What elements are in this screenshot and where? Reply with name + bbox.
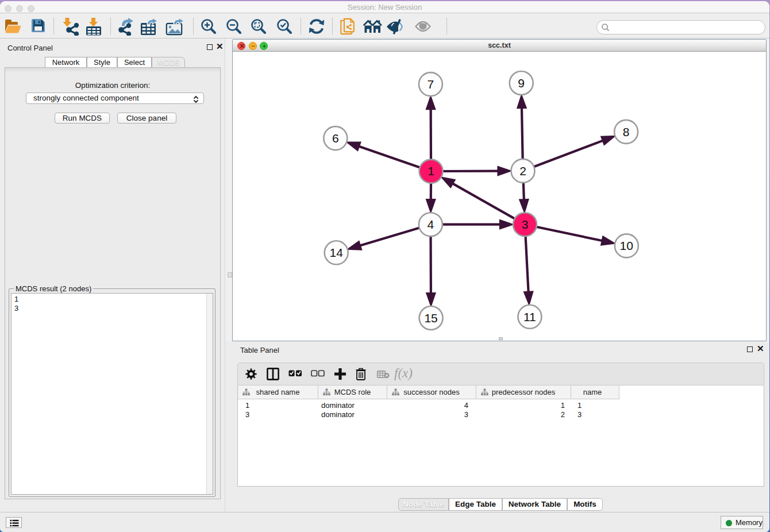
svg-text:4: 4 — [428, 218, 434, 231]
svg-text:10: 10 — [620, 239, 633, 252]
svg-text:1: 1 — [428, 164, 434, 178]
svg-text:11: 11 — [523, 310, 536, 323]
svg-text:14: 14 — [330, 246, 344, 259]
svg-text:6: 6 — [332, 131, 339, 144]
svg-text:2: 2 — [519, 164, 526, 177]
svg-text:15: 15 — [424, 311, 437, 324]
svg-text:7: 7 — [428, 77, 434, 90]
svg-text:8: 8 — [623, 125, 630, 138]
svg-text:3: 3 — [522, 218, 529, 231]
svg-text:9: 9 — [518, 76, 525, 89]
